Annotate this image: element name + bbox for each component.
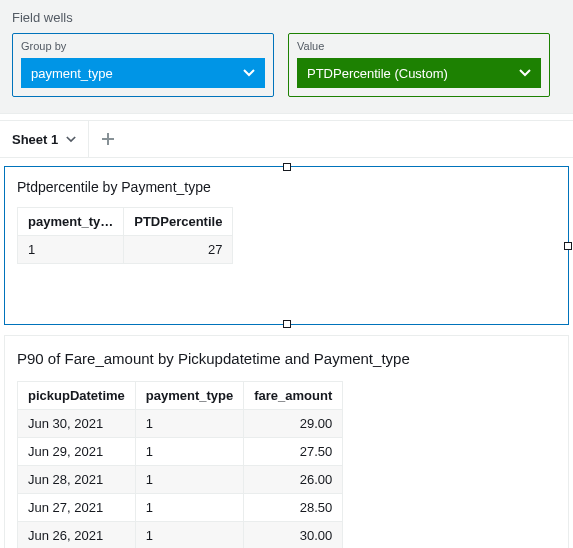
cell-fare: 27.50 bbox=[244, 438, 343, 466]
cell-date: Jun 30, 2021 bbox=[18, 410, 136, 438]
cell-payment-type: 1 bbox=[135, 410, 243, 438]
cell-ptdpercentile: 27 bbox=[124, 236, 233, 264]
cell-fare: 29.00 bbox=[244, 410, 343, 438]
cell-date: Jun 26, 2021 bbox=[18, 522, 136, 549]
cell-fare: 30.00 bbox=[244, 522, 343, 549]
table-row: Jun 30, 2021 1 29.00 bbox=[18, 410, 343, 438]
resize-handle-right[interactable] bbox=[564, 242, 572, 250]
visual-title: Ptdpercentile by Payment_type bbox=[17, 179, 556, 195]
cell-date: Jun 27, 2021 bbox=[18, 494, 136, 522]
field-wells-title: Field wells bbox=[12, 10, 561, 25]
cell-fare: 28.50 bbox=[244, 494, 343, 522]
group-by-well: Group by payment_type bbox=[12, 33, 274, 97]
sheet-canvas: Ptdpercentile by Payment_type payment_ty… bbox=[0, 166, 573, 548]
group-by-label: Group by bbox=[21, 40, 265, 52]
sheets-bar: Sheet 1 bbox=[0, 120, 573, 158]
value-field-text: PTDPercentile (Custom) bbox=[307, 66, 448, 81]
col-payment-type[interactable]: payment_ty… bbox=[18, 208, 124, 236]
cell-date: Jun 28, 2021 bbox=[18, 466, 136, 494]
cell-payment-type: 1 bbox=[135, 438, 243, 466]
field-wells-row: Group by payment_type Value PTDPercentil… bbox=[12, 33, 561, 97]
table-row: Jun 26, 2021 1 30.00 bbox=[18, 522, 343, 549]
visual-ptdpercentile[interactable]: Ptdpercentile by Payment_type payment_ty… bbox=[4, 166, 569, 325]
p90-fare-table: pickupDatetime payment_type fare_amount … bbox=[17, 381, 343, 548]
cell-payment-type: 1 bbox=[135, 494, 243, 522]
visual-p90-fare[interactable]: P90 of Fare_amount by Pickupdatetime and… bbox=[4, 335, 569, 548]
value-field[interactable]: PTDPercentile (Custom) bbox=[297, 58, 541, 88]
group-by-field[interactable]: payment_type bbox=[21, 58, 265, 88]
visual-title: P90 of Fare_amount by Pickupdatetime and… bbox=[17, 350, 556, 367]
sheet-tab-label: Sheet 1 bbox=[12, 132, 58, 147]
table-row: Jun 28, 2021 1 26.00 bbox=[18, 466, 343, 494]
group-by-field-text: payment_type bbox=[31, 66, 113, 81]
cell-date: Jun 29, 2021 bbox=[18, 438, 136, 466]
chevron-down-icon bbox=[66, 136, 76, 143]
chevron-down-icon bbox=[519, 69, 531, 77]
chevron-down-icon bbox=[243, 69, 255, 77]
col-pickupdatetime[interactable]: pickupDatetime bbox=[18, 382, 136, 410]
table-row: 1 27 bbox=[18, 236, 233, 264]
cell-payment-type: 1 bbox=[135, 522, 243, 549]
add-sheet-icon[interactable] bbox=[101, 132, 115, 146]
table-header-row: pickupDatetime payment_type fare_amount bbox=[18, 382, 343, 410]
sheet-tab-active[interactable]: Sheet 1 bbox=[0, 121, 89, 157]
resize-handle-bottom[interactable] bbox=[283, 320, 291, 328]
col-ptdpercentile[interactable]: PTDPercentile bbox=[124, 208, 233, 236]
table-row: Jun 27, 2021 1 28.50 bbox=[18, 494, 343, 522]
col-payment-type[interactable]: payment_type bbox=[135, 382, 243, 410]
table-row: Jun 29, 2021 1 27.50 bbox=[18, 438, 343, 466]
value-well: Value PTDPercentile (Custom) bbox=[288, 33, 550, 97]
cell-payment-type: 1 bbox=[135, 466, 243, 494]
field-wells-panel: Field wells Group by payment_type Value … bbox=[0, 0, 573, 114]
ptdpercentile-table: payment_ty… PTDPercentile 1 27 bbox=[17, 207, 233, 264]
cell-payment-type: 1 bbox=[18, 236, 124, 264]
cell-fare: 26.00 bbox=[244, 466, 343, 494]
col-fare-amount[interactable]: fare_amount bbox=[244, 382, 343, 410]
table-header-row: payment_ty… PTDPercentile bbox=[18, 208, 233, 236]
resize-handle-top[interactable] bbox=[283, 163, 291, 171]
value-label: Value bbox=[297, 40, 541, 52]
